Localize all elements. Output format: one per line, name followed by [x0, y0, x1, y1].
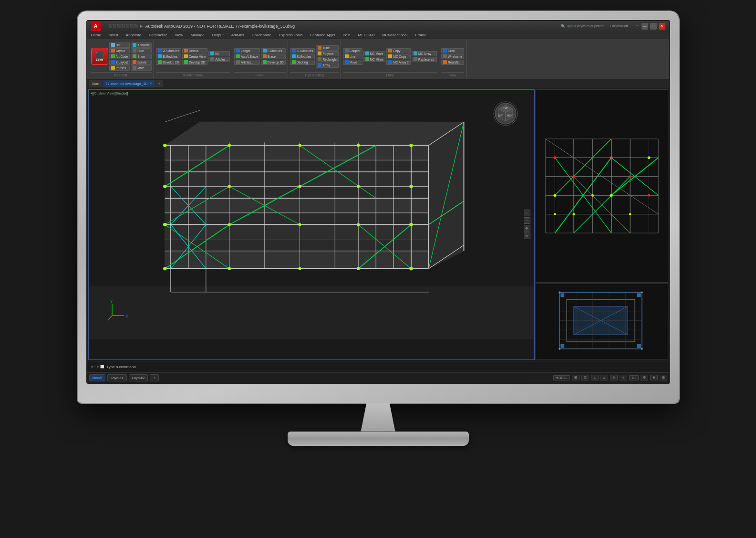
articles2-btn[interactable]: Articles... [234, 60, 260, 65]
menu-collaborate[interactable]: Collaborate [250, 32, 273, 38]
main-3d-viewport[interactable]: +][Custom View][Shaded] [88, 89, 535, 360]
menu-insert[interactable]: Insert [107, 32, 120, 38]
mc-array2-btn[interactable]: MC Array 2 [386, 60, 411, 65]
hide-btn[interactable]: Hide [131, 48, 152, 53]
menu-express[interactable]: Express Tools [277, 32, 305, 38]
3dmodules-btn[interactable]: 3D Modules [290, 48, 315, 53]
close-button[interactable]: ✕ [659, 23, 665, 30]
svg-rect-137 [560, 344, 564, 348]
tab-start[interactable]: Start [89, 80, 103, 87]
navigation-cube[interactable]: TOP LEFT RIGHT [491, 99, 520, 128]
right-viewport-top[interactable] [536, 89, 668, 283]
orbit-btn[interactable]: Orbit [441, 48, 464, 53]
mc-array-btn[interactable]: MC Array [412, 51, 437, 56]
autov-btn[interactable]: AutoV.Brace [234, 54, 260, 59]
menu-multidirectional[interactable]: Multidirectional [380, 32, 409, 38]
develop3d-btn[interactable]: Develop 3D [156, 60, 181, 65]
model-space-btn[interactable]: MODEL [553, 375, 570, 380]
menu-view[interactable]: View [173, 32, 185, 38]
tab-new[interactable]: + [155, 80, 163, 87]
model-tab[interactable]: Model [89, 374, 105, 381]
right-viewport-bottom[interactable] [536, 284, 668, 360]
array-btn[interactable]: Array [316, 63, 338, 68]
load-button[interactable]: ⬛ Load [91, 48, 108, 65]
orbit-view-btn[interactable]: ↻ [524, 232, 530, 239]
mc-move-btn[interactable]: MC Move [363, 51, 386, 56]
create-view-btn[interactable]: Create View [182, 54, 207, 59]
elayout-btn[interactable]: E.Layout [109, 60, 130, 65]
search-box[interactable]: 🔍 Type a keyword or phrase [559, 24, 606, 28]
otrack-btn[interactable]: ∿ [620, 375, 627, 380]
emodules-btn[interactable]: E.Modules [156, 54, 181, 59]
menu-parametric[interactable]: Parametric [147, 32, 169, 38]
tab-drawing[interactable]: 77-example-kwikstage_3D ✕ [103, 80, 155, 87]
svg-rect-7 [165, 198, 428, 213]
develop3d-btn2[interactable]: Develop 3D [182, 60, 207, 65]
copy-btn[interactable]: Copy [386, 48, 411, 53]
isolate-btn[interactable]: Isolate [131, 60, 152, 65]
menu-file[interactable]: ☰ [104, 24, 106, 28]
list-btn[interactable]: List [109, 42, 130, 48]
phases-btn[interactable]: Phases [109, 65, 130, 71]
replace-btn[interactable]: Replace art. [412, 57, 437, 62]
help-icon[interactable]: ? [635, 24, 640, 28]
grid-btn[interactable]: ⊞ [572, 375, 580, 380]
develop3d3-btn[interactable]: Develop 3D [261, 60, 286, 65]
command-input[interactable] [138, 365, 666, 369]
show-btn[interactable]: Show [131, 54, 152, 59]
menu-frame[interactable]: Frame [414, 32, 428, 38]
line-btn[interactable]: Line [343, 54, 362, 59]
artcode-btn[interactable]: Art.Code [109, 54, 130, 59]
layout-btn[interactable]: Layout [109, 48, 130, 53]
add-layout-btn[interactable]: + [150, 374, 158, 381]
osnap-btn[interactable]: ⊙ [610, 375, 618, 380]
snap-btn[interactable]: ⊡ [581, 375, 589, 380]
articles-btn[interactable]: Articles... [208, 57, 230, 62]
ribbon: ⬛ Load List Layout Art.Code E.Layout Pha… [87, 39, 669, 80]
menu-home[interactable]: Home [89, 32, 103, 38]
utility-btns2: MC Move MC Mirror [363, 51, 386, 62]
pan-btn[interactable]: ✥ [524, 225, 530, 232]
polar-btn[interactable]: ⊿ [601, 375, 608, 380]
maximize-button[interactable]: □ [650, 23, 657, 30]
menu-annotate[interactable]: Annotate [124, 32, 143, 38]
more-btn[interactable]: More... [131, 65, 152, 71]
decking-btn[interactable]: Decking [290, 60, 315, 65]
ledger-btn[interactable]: Ledger [234, 48, 260, 53]
brace-btn[interactable]: Brace [261, 54, 286, 59]
menu-featured[interactable]: Featured Apps [308, 32, 337, 38]
layout2-tab[interactable]: Layout2 [129, 374, 148, 381]
view-tools-btn[interactable]: ⊞ [660, 375, 667, 380]
tube-btn[interactable]: Tube [316, 45, 338, 51]
coupler-btn[interactable]: Coupler [343, 48, 362, 53]
close-tab-icon[interactable]: ✕ [149, 82, 152, 85]
polyline-btn[interactable]: Polyline [316, 51, 338, 56]
2d-modules-btn[interactable]: 2D Modules [156, 48, 181, 53]
svg-point-120 [647, 156, 650, 159]
minimize-button[interactable]: — [642, 23, 648, 30]
emodules2-btn[interactable]: E.Modules [261, 48, 286, 53]
menu-output[interactable]: Output [210, 32, 226, 38]
wireframe-btn[interactable]: Wireframe [441, 54, 464, 59]
emodules3-btn[interactable]: E.Modules [290, 54, 315, 59]
scale-btn[interactable]: 1:1 [629, 375, 639, 380]
ortho-btn[interactable]: ⊥ [591, 375, 599, 380]
svg-point-48 [409, 266, 413, 270]
mc-copy-btn[interactable]: MC Copy [386, 54, 411, 59]
mc-mirror-btn[interactable]: MC Mirror [363, 57, 386, 62]
menu-addins[interactable]: Add-ins [229, 32, 246, 38]
zoom-in-btn[interactable]: + [524, 210, 530, 216]
menu-manage[interactable]: Manage [189, 32, 207, 38]
move-btn[interactable]: Move [343, 60, 362, 65]
zoom-btn[interactable]: ⊕ [650, 375, 658, 380]
menu-post[interactable]: Post [341, 32, 352, 38]
details-btn[interactable]: Details [182, 48, 207, 53]
menu-meccad[interactable]: MECCAD [356, 32, 376, 38]
annotate-btn[interactable]: Annotate [131, 42, 152, 48]
layout1-tab[interactable]: Layout1 [107, 374, 127, 381]
rectangle-btn[interactable]: Rectangle [316, 57, 338, 62]
zoom-out-btn[interactable]: − [524, 217, 530, 224]
realistic-btn[interactable]: Realistic [441, 60, 464, 65]
kit-btn[interactable]: Kit [208, 51, 230, 56]
gear-settings-btn[interactable]: ⚙ [641, 375, 648, 380]
